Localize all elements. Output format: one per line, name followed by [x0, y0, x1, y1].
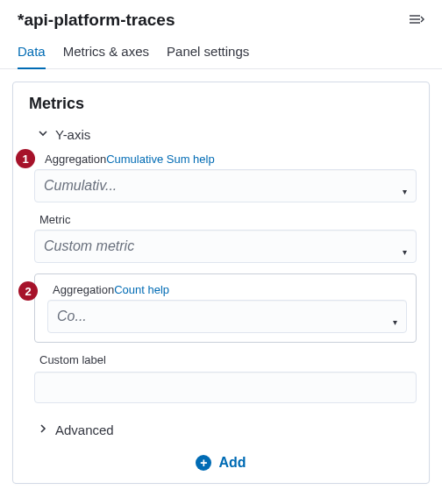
- yaxis-label: Y-axis: [55, 127, 90, 142]
- advanced-label: Advanced: [55, 422, 114, 437]
- nested-aggregation-box: 2 AggregationCount help Co... ▾: [34, 273, 417, 343]
- metric-select[interactable]: Custom metric ▾: [34, 230, 417, 263]
- custom-label-input[interactable]: [34, 372, 417, 403]
- caret-down-icon: ▾: [403, 247, 407, 257]
- metric-select-value: Custom metric: [44, 238, 134, 254]
- aggregation-select-2[interactable]: Co... ▾: [47, 300, 407, 333]
- tab-panel-settings[interactable]: Panel settings: [167, 37, 249, 69]
- aggregation-help-link-1[interactable]: Cumulative Sum help: [106, 153, 215, 166]
- add-button[interactable]: + Add: [25, 450, 417, 478]
- aggregation-label-1: Aggregation: [45, 153, 106, 166]
- panel-title: Metrics: [25, 95, 417, 113]
- tabs: Data Metrics & axes Panel settings: [0, 37, 442, 69]
- aggregation-select-2-value: Co...: [57, 309, 87, 324]
- add-label: Add: [218, 455, 246, 471]
- step-badge-2: 2: [18, 281, 38, 301]
- chevron-down-icon: [38, 128, 48, 141]
- step-badge-1: 1: [16, 149, 35, 168]
- aggregation-help-link-2[interactable]: Count help: [114, 283, 169, 296]
- caret-down-icon: ▾: [393, 317, 397, 327]
- aggregation-label-2: Aggregation: [53, 283, 114, 296]
- advanced-accordion[interactable]: Advanced: [25, 414, 417, 450]
- metrics-panel: Metrics Y-axis 1 AggregationCumulative S…: [12, 82, 430, 484]
- aggregation-select-1-value: Cumulativ...: [44, 178, 117, 194]
- custom-label-label: Custom label: [34, 353, 417, 366]
- chevron-right-icon: [38, 423, 48, 437]
- collapse-icon[interactable]: [409, 13, 424, 28]
- aggregation-select-1[interactable]: Cumulativ... ▾: [34, 169, 417, 202]
- plus-circle-icon: +: [196, 455, 211, 471]
- page-title: *api-platform-traces: [18, 11, 175, 30]
- tab-metrics-axes[interactable]: Metrics & axes: [63, 37, 149, 69]
- caret-down-icon: ▾: [403, 187, 407, 196]
- yaxis-accordion[interactable]: Y-axis: [25, 122, 417, 153]
- metric-label: Metric: [34, 213, 417, 226]
- tab-data[interactable]: Data: [18, 37, 46, 69]
